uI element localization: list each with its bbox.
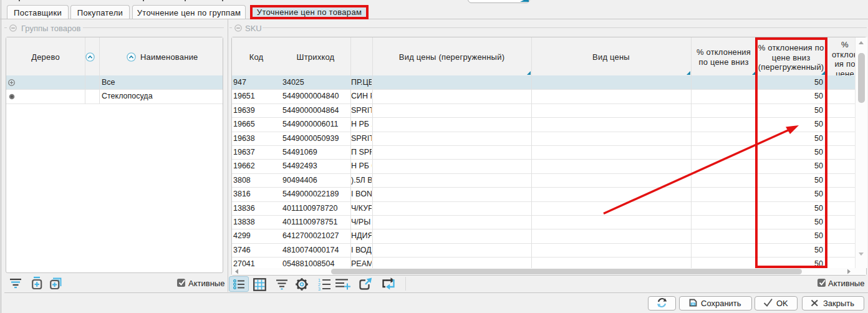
- svg-text:2: 2: [318, 282, 321, 287]
- svg-text:1: 1: [318, 278, 321, 282]
- svg-text:3: 3: [318, 287, 321, 291]
